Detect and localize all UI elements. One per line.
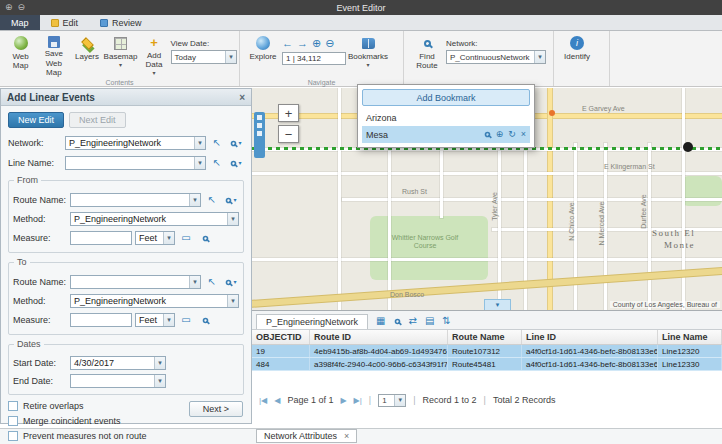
map-zoom-in-button[interactable]: +: [278, 104, 299, 122]
calendar-dropdown-icon: ▾: [154, 375, 165, 387]
view-date-select[interactable]: Today ▾: [171, 50, 237, 64]
from-measure-input[interactable]: [70, 231, 132, 245]
from-measure-zoom-icon[interactable]: [197, 230, 213, 246]
basemap-button[interactable]: Basemap ▾: [104, 33, 138, 77]
to-method-select[interactable]: P_EngineeringNetwork ▾: [70, 294, 239, 308]
last-page-icon[interactable]: ▶|: [354, 396, 362, 405]
column-header-route-name[interactable]: Route Name: [448, 330, 522, 344]
save-web-map-button[interactable]: Save Web Map: [37, 33, 70, 77]
dropdown-icon: ▾: [163, 314, 174, 326]
next-extent-icon[interactable]: →: [297, 38, 308, 49]
to-unit-select[interactable]: Feet ▾: [135, 313, 175, 327]
network-zoom-menu-icon[interactable]: ▾: [228, 135, 244, 151]
map-zoom-out-button[interactable]: −: [278, 125, 299, 143]
road: [388, 143, 391, 310]
grid-export-icon[interactable]: ▤: [425, 316, 434, 326]
panel-network-select[interactable]: P_EngineeringNetwork ▾: [65, 136, 206, 150]
panel-close-icon[interactable]: ×: [239, 92, 245, 103]
network-select-on-map-icon[interactable]: ↖: [209, 135, 225, 151]
find-route-label: Find Route: [408, 52, 446, 70]
identify-button[interactable]: i Identify: [558, 33, 596, 77]
network-select[interactable]: P_ContinuousNetwork ▾: [446, 50, 546, 64]
to-measure-input[interactable]: [70, 313, 132, 327]
to-route-select-on-map-icon[interactable]: ↖: [204, 274, 220, 290]
find-route-icon: [424, 40, 431, 47]
column-header-objectid[interactable]: OBJECTID: [252, 330, 310, 344]
retire-overlaps-checkbox[interactable]: [8, 401, 18, 411]
next-button[interactable]: Next >: [189, 401, 243, 417]
start-date-input[interactable]: 4/30/2017 ▾: [70, 356, 166, 370]
zoom-in-tool-icon[interactable]: ⊕: [312, 38, 321, 49]
separator: |: [369, 395, 371, 405]
merge-coincident-checkbox[interactable]: [8, 416, 18, 426]
identify-icon: i: [570, 36, 584, 50]
grid-sort-icon[interactable]: ⇅: [442, 316, 450, 326]
map-scale-input[interactable]: 1 | 34,112: [282, 52, 346, 65]
end-date-input[interactable]: ▾: [70, 374, 166, 388]
to-measure-tool-icon[interactable]: ▭: [178, 312, 194, 328]
next-edit-button[interactable]: Next Edit: [69, 112, 126, 128]
from-route-zoom-menu-icon[interactable]: ▾: [223, 192, 239, 208]
page-size-select[interactable]: 1 ▾: [378, 394, 406, 407]
line-zoom-menu-icon[interactable]: ▾: [228, 155, 244, 171]
from-method-select[interactable]: P_EngineeringNetwork ▾: [70, 212, 239, 226]
layers-label: Layers: [75, 52, 99, 61]
bookmarks-button[interactable]: Bookmarks ▾: [346, 33, 390, 77]
to-measure-zoom-icon[interactable]: [197, 312, 213, 328]
to-route-zoom-menu-icon[interactable]: ▾: [223, 274, 239, 290]
previous-extent-icon[interactable]: ←: [282, 38, 293, 49]
bookmark-pan-icon[interactable]: ⊕: [496, 130, 504, 139]
column-header-line-id[interactable]: Line ID: [522, 330, 658, 344]
tab-review[interactable]: Review: [89, 15, 153, 30]
layers-button[interactable]: Layers: [70, 33, 103, 77]
tab-map[interactable]: Map: [0, 15, 40, 30]
tab-edit[interactable]: Edit: [40, 15, 90, 30]
street-label: Durfee Ave: [640, 194, 647, 229]
to-unit-value: Feet: [136, 315, 163, 325]
from-measure-tool-icon[interactable]: ▭: [178, 230, 194, 246]
from-route-name-select[interactable]: ▾: [70, 193, 201, 207]
place-label: South El: [652, 228, 695, 239]
separator: |: [413, 395, 415, 405]
tab-network-attributes[interactable]: Network Attributes ×: [256, 429, 357, 443]
panel-network-value: P_EngineeringNetwork: [66, 138, 194, 148]
from-route-select-on-map-icon[interactable]: ↖: [204, 192, 220, 208]
grid-switch-selection-icon[interactable]: ⇄: [409, 316, 417, 326]
column-header-route-id[interactable]: Route ID: [310, 330, 448, 344]
poi-label: Don Bosco: [390, 291, 424, 298]
explore-button[interactable]: Explore: [244, 33, 282, 77]
to-route-name-select[interactable]: ▾: [70, 275, 201, 289]
close-tab-icon[interactable]: ×: [344, 431, 349, 441]
from-unit-select[interactable]: Feet ▾: [135, 231, 175, 245]
grid-tab-engineering-network[interactable]: P_EngineeringNetwork: [256, 314, 368, 329]
first-page-icon[interactable]: |◀: [259, 396, 267, 405]
previous-page-icon[interactable]: ◀: [274, 396, 280, 405]
to-measure-label: Measure:: [13, 315, 67, 325]
cell-objectid: 484: [252, 358, 310, 370]
zoom-out-tool-icon[interactable]: ⊖: [325, 38, 334, 49]
line-name-select[interactable]: ▾: [65, 156, 206, 170]
bookmark-delete-icon[interactable]: ×: [521, 130, 526, 139]
ribbon-group-contents: Web Map Save Web Map Layers Basemap ▾ +: [0, 31, 240, 86]
bookmark-item-mesa[interactable]: Mesa ⊕ ↻ ×: [362, 126, 530, 143]
table-row[interactable]: 484 a398f4fc-2940-4c00-96b6-c6343f91f711…: [252, 358, 722, 371]
table-row[interactable]: 19 4eb9415b-af8b-4d04-ab69-1d4934768302b…: [252, 345, 722, 358]
map-side-toolbar[interactable]: [254, 112, 265, 158]
bookmark-zoom-icon[interactable]: [484, 132, 490, 138]
new-edit-button[interactable]: New Edit: [8, 112, 64, 128]
find-route-button[interactable]: Find Route: [408, 33, 446, 77]
line-select-on-map-icon[interactable]: ↖: [209, 155, 225, 171]
bookmark-item-arizona[interactable]: Arizona: [362, 109, 530, 126]
add-data-button[interactable]: + Add Data ▾: [137, 33, 170, 77]
prevent-measures-checkbox[interactable]: [8, 431, 18, 441]
view-date-dropdown-icon: ▾: [225, 51, 236, 63]
grid-zoom-to-selection-icon[interactable]: [394, 318, 400, 324]
web-map-button[interactable]: Web Map: [4, 33, 37, 77]
panel-collapse-handle[interactable]: ▼: [484, 299, 511, 310]
next-page-icon[interactable]: ▶: [340, 396, 346, 405]
dropdown-icon: ▾: [394, 395, 405, 406]
bookmark-refresh-icon[interactable]: ↻: [508, 130, 516, 139]
add-bookmark-button[interactable]: Add Bookmark: [362, 89, 530, 106]
column-header-line-name[interactable]: Line Name: [658, 330, 722, 344]
grid-options-icon[interactable]: ▦: [376, 316, 385, 326]
